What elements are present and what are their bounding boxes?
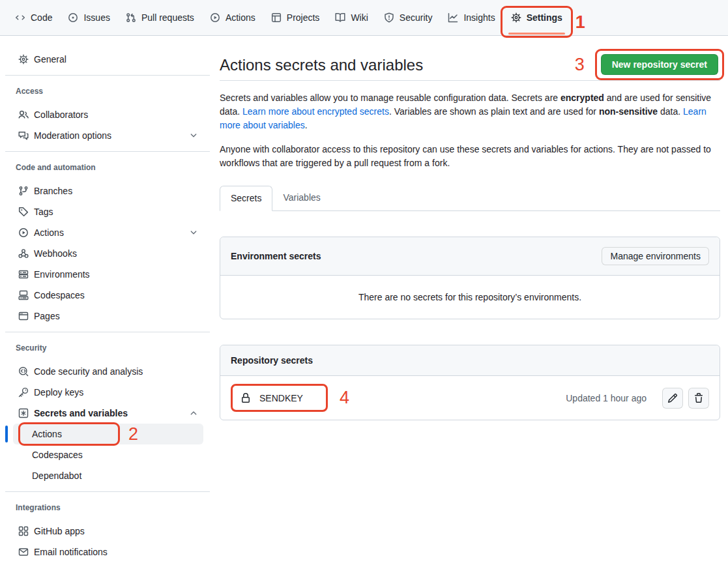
graph-icon [448,12,458,23]
webhook-icon [18,248,29,259]
nav-item-issues[interactable]: Issues [62,0,115,35]
play-icon [210,12,220,23]
tab-variables[interactable]: Variables [272,186,330,211]
sidebar-subitem-secrets-and-variables-dependabot[interactable]: Dependabot [13,465,203,486]
page-title: Actions secrets and variables [220,55,423,75]
sidebar-section-header-access: Access [16,86,199,96]
pencil-icon [667,393,678,403]
top-nav-list: CodeIssuesPull requestsActionsProjectsWi… [9,0,568,35]
nav-item-label: Projects [287,12,320,23]
nav-item-settings[interactable]: Settings1 [505,0,568,35]
sidebar-item-collaborators[interactable]: Collaborators [13,104,203,125]
repository-secrets-title: Repository secrets [231,355,313,366]
sidebar-section-header-code-and-automation: Code and automation [16,162,199,173]
sidebar-divider [5,151,210,152]
sidebar-item-label: Webhooks [34,248,77,259]
intro-text-segment: . Variables are shown as plain text and … [389,106,599,117]
nav-item-label: Actions [226,12,255,23]
sidebar-item-label: Actions [34,227,64,238]
sidebar-subitem-secrets-and-variables-codespaces[interactable]: Codespaces [13,444,203,465]
chevron-down-icon [189,131,198,140]
nav-item-wiki[interactable]: Wiki [329,0,373,35]
fork-note-text: Anyone with collaborator access to this … [220,143,720,170]
environment-secrets-title: Environment secrets [231,251,321,261]
nav-item-label: Settings [527,12,562,23]
repository-secrets-box: Repository secrets SENDKEY4Updated 1 hou… [220,345,720,420]
main-content: Actions secrets and variables 3 New repo… [215,36,728,420]
sidebar-item-code-security-and-analysis[interactable]: Code security and analysis [13,361,203,382]
annotation-number-3: 3 [575,56,585,74]
nav-item-security[interactable]: Security [378,0,439,35]
sidebar-item-tags[interactable]: Tags [13,201,203,222]
tag-icon [18,207,29,217]
sidebar-item-webhooks[interactable]: Webhooks [13,243,203,264]
sidebar-subitem-label: Dependabot [32,471,81,481]
people-icon [18,109,29,120]
intro-text: Secrets and variables allow you to manag… [220,91,720,132]
code-icon [15,12,25,23]
table-icon [271,12,282,23]
new-secret-button-area: 3 New repository secret [601,54,718,75]
sidebar-item-label: Pages [34,311,60,321]
sidebar-subitem-secrets-and-variables-actions[interactable]: Actions2 [13,424,203,444]
sidebar-item-label: Codespaces [34,290,85,300]
sidebar-item-email-notifications[interactable]: Email notifications [13,542,203,562]
secret-row: SENDKEY4Updated 1 hour ago [220,376,720,420]
repo-tab-bar: CodeIssuesPull requestsActionsProjectsWi… [0,0,728,36]
repository-secrets-list: SENDKEY4Updated 1 hour ago [220,376,720,420]
book-icon [335,12,345,23]
repository-secrets-header: Repository secrets [220,345,720,376]
sidebar-section-header-security: Security [16,343,199,353]
sidebar-item-secrets-and-variables[interactable]: Secrets and variables [13,403,203,424]
nav-item-actions[interactable]: Actions [204,0,261,35]
mail-icon [18,547,29,557]
sidebar-item-pages[interactable]: Pages [13,306,203,326]
annotation-number-1: 1 [575,14,585,31]
sidebar-item-label: Secrets and variables [34,408,128,418]
sidebar-subitem-label: Actions [32,429,62,439]
environment-secrets-header: Environment secrets Manage environments [220,237,720,276]
key-icon [18,387,29,398]
git-branch-icon [18,186,29,196]
shield-icon [384,12,394,23]
gear-icon [511,12,521,23]
learn-more-link[interactable]: Learn more about encrypted secrets [242,106,389,117]
lock-icon [240,393,251,403]
github-settings-page: CodeIssuesPull requestsActionsProjectsWi… [0,0,728,562]
sidebar-item-label: Deploy keys [34,387,83,398]
sidebar-item-codespaces[interactable]: Codespaces [13,285,203,306]
manage-environments-button[interactable]: Manage environments [602,247,709,265]
sidebar-item-actions[interactable]: Actions [13,222,203,243]
annotation-number-4: 4 [340,389,349,407]
sidebar-item-label: Code security and analysis [34,366,143,377]
codespaces-icon [18,290,29,300]
chevron-up-icon [189,409,198,418]
sidebar-item-deploy-keys[interactable]: Deploy keys [13,382,203,403]
emphasis-text: encrypted [561,93,604,103]
comment-discussion-icon [18,130,29,141]
sidebar-item-moderation-options[interactable]: Moderation options [13,125,203,146]
trash-icon [693,393,704,403]
nav-item-code[interactable]: Code [9,0,58,35]
git-pull-request-icon [126,12,136,23]
sidebar-item-branches[interactable]: Branches [13,181,203,201]
delete-secret-button[interactable] [688,388,709,409]
nav-item-projects[interactable]: Projects [265,0,326,35]
sidebar-item-label: Branches [34,186,72,196]
tab-secrets[interactable]: Secrets [220,186,272,211]
sidebar-item-github-apps[interactable]: GitHub apps [13,521,203,542]
sidebar-item-general[interactable]: General [13,49,203,70]
sidebar-item-environments[interactable]: Environments [13,264,203,285]
apps-icon [18,526,29,536]
codescan-icon [18,366,29,377]
new-repository-secret-button[interactable]: New repository secret [601,54,718,75]
nav-item-insights[interactable]: Insights [442,0,501,35]
sidebar-item-label: Environments [34,269,90,280]
annotation-box-4: SENDKEY [231,384,328,412]
sidebar-item-label: Tags [34,207,53,217]
edit-secret-button[interactable] [662,388,683,409]
environment-secrets-empty-message: There are no secrets for this repository… [220,276,720,319]
nav-item-pull-requests[interactable]: Pull requests [120,0,200,35]
secrets-variables-tabs: SecretsVariables [220,186,720,211]
secret-updated-time: Updated 1 hour ago [566,393,647,403]
